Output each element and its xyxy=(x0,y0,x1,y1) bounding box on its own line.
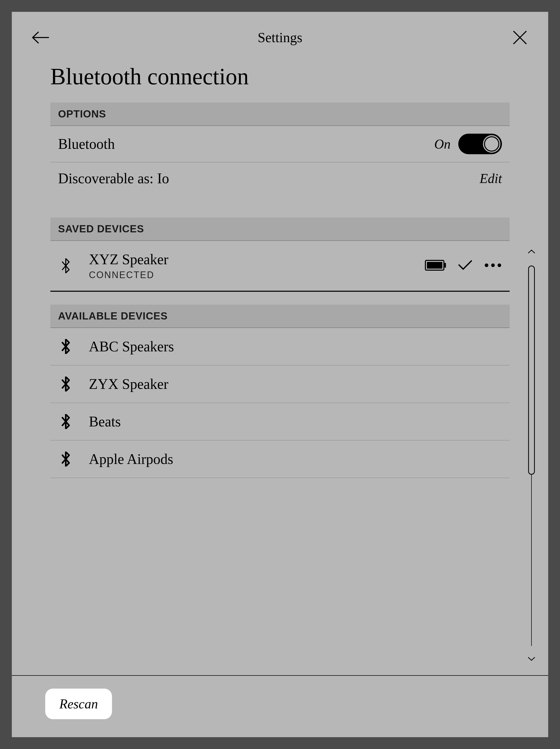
chevron-up-icon xyxy=(527,249,536,254)
footer: Rescan xyxy=(12,675,548,737)
device-status: CONNECTED xyxy=(89,270,409,280)
more-button[interactable] xyxy=(484,263,502,268)
device-name: Beats xyxy=(89,413,502,430)
section-header-options: OPTIONS xyxy=(50,103,510,126)
bluetooth-toggle-row: Bluetooth On xyxy=(50,126,510,163)
scrollbar[interactable] xyxy=(527,103,537,675)
device-name: XYZ Speaker xyxy=(89,251,409,268)
close-icon xyxy=(513,30,527,45)
bluetooth-icon xyxy=(58,414,73,429)
scroll-up-button[interactable] xyxy=(527,247,536,258)
more-icon xyxy=(484,263,502,267)
svg-point-5 xyxy=(498,263,501,267)
edit-button[interactable]: Edit xyxy=(479,171,502,186)
svg-rect-1 xyxy=(444,263,446,268)
bluetooth-icon xyxy=(58,452,73,467)
chevron-down-icon xyxy=(527,656,536,661)
saved-device-row[interactable]: XYZ Speaker CONNECTED xyxy=(50,241,510,292)
check-icon xyxy=(458,260,472,272)
scroll-thumb[interactable] xyxy=(528,265,535,475)
bluetooth-toggle[interactable] xyxy=(458,134,502,154)
close-button[interactable] xyxy=(510,27,530,48)
toggle-knob xyxy=(483,135,500,153)
titlebar-title: Settings xyxy=(50,29,510,45)
battery-icon xyxy=(425,260,446,272)
page-title: Bluetooth connection xyxy=(12,56,548,103)
titlebar: Settings xyxy=(12,12,548,56)
scroll-down-button[interactable] xyxy=(527,654,536,665)
section-header-saved: SAVED DEVICES xyxy=(50,217,510,241)
rescan-button[interactable]: Rescan xyxy=(45,689,112,719)
available-device-row[interactable]: Apple Airpods xyxy=(50,441,510,478)
section-header-available: AVAILABLE DEVICES xyxy=(50,305,510,328)
back-button[interactable] xyxy=(30,27,50,48)
settings-window: Settings Bluetooth connection OPTIONS Bl… xyxy=(12,12,548,737)
svg-point-4 xyxy=(491,263,495,267)
bluetooth-icon xyxy=(58,377,73,391)
available-device-row[interactable]: Beats xyxy=(50,403,510,441)
arrow-left-icon xyxy=(31,31,49,44)
available-device-row[interactable]: ZYX Speaker xyxy=(50,365,510,403)
svg-point-3 xyxy=(485,263,488,267)
bluetooth-icon xyxy=(58,339,73,354)
bluetooth-state-text: On xyxy=(434,136,451,152)
scroll-track[interactable] xyxy=(531,265,532,646)
available-device-row[interactable]: ABC Speakers xyxy=(50,328,510,365)
content-area: OPTIONS Bluetooth On Discoverable as: Io… xyxy=(12,103,548,675)
device-name: Apple Airpods xyxy=(89,451,502,467)
device-name: ZYX Speaker xyxy=(89,376,502,392)
discoverable-row: Discoverable as: Io Edit xyxy=(50,163,510,194)
bluetooth-label: Bluetooth xyxy=(58,136,115,152)
device-name: ABC Speakers xyxy=(89,338,502,355)
svg-rect-2 xyxy=(427,262,442,269)
discoverable-label: Discoverable as: Io xyxy=(58,170,169,187)
bluetooth-icon xyxy=(58,258,73,273)
